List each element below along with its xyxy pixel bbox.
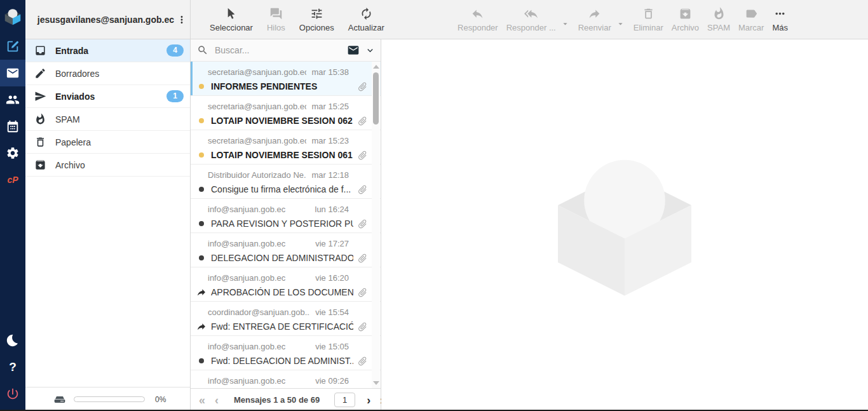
- attachment-icon: [355, 319, 370, 334]
- toolbar-button-opciones[interactable]: Opciones: [299, 7, 334, 32]
- message-row[interactable]: info@sanjuan.gob.eclun 16:24PARA REVISIO…: [191, 199, 381, 233]
- toolbar-button-eliminar[interactable]: Eliminar: [634, 7, 663, 32]
- toolbar-button-marcar[interactable]: Marcar: [738, 7, 764, 32]
- message-subject-line: LOTAIP NOVIEMBRE SESION 061: [191, 147, 381, 163]
- message-meta-line: info@sanjuan.gob.ecvie 09:26: [191, 374, 381, 387]
- main-body: secretaria@sanjuan.gob.ecmar 15:38INFORM…: [191, 39, 868, 411]
- rail-item-contacts[interactable]: [0, 86, 25, 113]
- search-scope-mail-icon[interactable]: [347, 44, 360, 57]
- folder-item-spam[interactable]: SPAM: [25, 108, 190, 131]
- toolbar-button-archivo[interactable]: Archivo: [672, 7, 699, 32]
- pencil-icon: [34, 67, 46, 79]
- icon-rail: cP ?: [0, 0, 25, 411]
- contacts-icon: [6, 93, 20, 107]
- message-row[interactable]: secretaria@sanjuan.gob.ecmar 15:38INFORM…: [191, 62, 381, 96]
- message-subject-line: DELEGACION DE ADMINISTRADO...: [191, 250, 381, 266]
- calendar-icon: [6, 119, 20, 133]
- dropdown-caret-button[interactable]: [616, 19, 625, 31]
- message-sender: info@sanjuan.gob.ec: [208, 205, 310, 214]
- message-list-column: secretaria@sanjuan.gob.ecmar 15:38INFORM…: [191, 39, 381, 411]
- refresh-icon: [360, 7, 373, 20]
- message-preview-pane: [381, 39, 868, 411]
- scrollbar-thumb[interactable]: [373, 72, 379, 125]
- rail-item-help[interactable]: ?: [0, 354, 25, 381]
- folder-item-papelera[interactable]: Papelera: [25, 131, 190, 154]
- rail-item-logout[interactable]: [0, 381, 25, 407]
- folder-label: Entrada: [55, 46, 88, 56]
- prev-page-button[interactable]: ‹: [213, 394, 220, 406]
- first-page-button[interactable]: «: [197, 394, 207, 406]
- page-number-input[interactable]: [334, 393, 355, 407]
- next-page-button[interactable]: ›: [365, 394, 372, 406]
- rail-item-settings[interactable]: [0, 140, 25, 166]
- kebab-menu-icon: [176, 14, 187, 25]
- message-row[interactable]: secretaria@sanjuan.gob.ecmar 15:23LOTAIP…: [191, 130, 381, 165]
- message-status-marker: [196, 255, 207, 260]
- scrollbar-up-arrow-icon[interactable]: [373, 65, 379, 69]
- toolbar-button-responder[interactable]: Responder ...: [506, 7, 556, 32]
- folder-label: SPAM: [55, 114, 80, 125]
- toolbar-button-label: Archivo: [672, 23, 699, 32]
- rail-bottom-items: ?: [0, 327, 25, 407]
- toolbar-button-más[interactable]: Más: [772, 7, 788, 32]
- rail-item-mail[interactable]: [0, 60, 25, 86]
- seen-dot: [199, 255, 204, 260]
- search-icon: [197, 44, 208, 56]
- message-subject-line: Fwd: DELEGACION DE ADMINIST...: [191, 353, 381, 368]
- message-subject-line: INFORMES PENDIENTES: [191, 79, 381, 94]
- attachment-icon: [355, 182, 370, 197]
- message-row[interactable]: info@sanjuan.gob.ecvie 17:27DELEGACION D…: [191, 233, 381, 267]
- message-row[interactable]: info@sanjuan.gob.ecvie 09:26: [191, 370, 381, 388]
- toolbar-button-actualizar[interactable]: Actualizar: [348, 7, 384, 32]
- message-row[interactable]: secretaria@sanjuan.gob.ecmar 15:25LOTAIP…: [191, 96, 381, 130]
- toolbar-button-label: Eliminar: [634, 23, 663, 32]
- inbox-icon: [34, 44, 46, 57]
- dropdown-caret-button[interactable]: [560, 19, 570, 31]
- message-subject-line: PARA REVISION Y POSTERIOR PU...: [191, 216, 381, 231]
- toolbar-button-seleccionar[interactable]: Seleccionar: [210, 7, 253, 32]
- folder-label: Papelera: [55, 137, 91, 147]
- toolbar-button-spam[interactable]: SPAM: [707, 7, 730, 32]
- message-meta-line: Distribuidor Autorizado Ne...mar 12:18: [191, 168, 381, 182]
- rail-item-cpanel[interactable]: cP: [0, 166, 25, 193]
- folder-item-borradores[interactable]: Borradores: [25, 62, 190, 85]
- rail-item-calendar[interactable]: [0, 113, 25, 140]
- message-sender: info@sanjuan.gob.ec: [208, 342, 310, 351]
- main-area: SeleccionarHilosOpcionesActualizar Respo…: [191, 0, 868, 411]
- rail-item-compose[interactable]: [0, 33, 25, 60]
- app-logo-icon: [4, 8, 22, 25]
- list-scrollbar[interactable]: [372, 62, 380, 388]
- search-input[interactable]: [214, 44, 342, 56]
- send-icon: [34, 90, 46, 102]
- message-sender: info@sanjuan.gob.ec: [208, 273, 310, 283]
- attachment-icon: [355, 216, 370, 231]
- fire-icon: [712, 7, 726, 20]
- account-email: jesusgavilanes@sanjuan.gob.ec: [37, 15, 174, 25]
- message-subject: Consigue tu firma electrónica de f...: [211, 184, 353, 194]
- caret-down-icon: [560, 19, 570, 29]
- message-time: vie 17:27: [315, 239, 349, 248]
- message-time: vie 15:05: [315, 342, 349, 351]
- scrollbar-down-arrow-icon[interactable]: [373, 381, 379, 385]
- message-row[interactable]: coordinador@sanjuan.gob....vie 15:54Fwd:…: [191, 302, 381, 336]
- folder-item-entrada[interactable]: Entrada4: [25, 39, 190, 62]
- message-subject: LOTAIP NOVIEMBRE SESION 061: [211, 150, 353, 160]
- unread-flag-dot: [199, 118, 204, 123]
- folder-item-archivo[interactable]: Archivo: [25, 154, 190, 177]
- reply-all-icon: [524, 7, 538, 20]
- account-menu-button[interactable]: [176, 14, 187, 25]
- search-expand-chevron-icon[interactable]: [365, 45, 376, 56]
- folder-item-enviados[interactable]: Enviados1: [25, 85, 190, 108]
- message-row[interactable]: Distribuidor Autorizado Ne...mar 12:18Co…: [191, 165, 381, 199]
- message-subject-line: Consigue tu firma electrónica de f...: [191, 182, 381, 197]
- toolbar-button-responder[interactable]: Responder: [458, 7, 498, 32]
- message-row[interactable]: info@sanjuan.gob.ecvie 15:05Fwd: DELEGAC…: [191, 336, 381, 370]
- app-logo[interactable]: [0, 0, 25, 33]
- toolbar-button-label: Marcar: [738, 23, 764, 32]
- message-meta-line: info@sanjuan.gob.eclun 16:24: [191, 202, 381, 216]
- rail-item-dark-mode[interactable]: [0, 327, 25, 354]
- message-row[interactable]: info@sanjuan.gob.ecvie 16:20APROBACIÓN D…: [191, 267, 381, 302]
- toolbar-button-hilos[interactable]: Hilos: [267, 7, 285, 32]
- toolbar-button-reenviar[interactable]: Reenviar: [578, 7, 611, 32]
- mail-icon: [6, 66, 20, 80]
